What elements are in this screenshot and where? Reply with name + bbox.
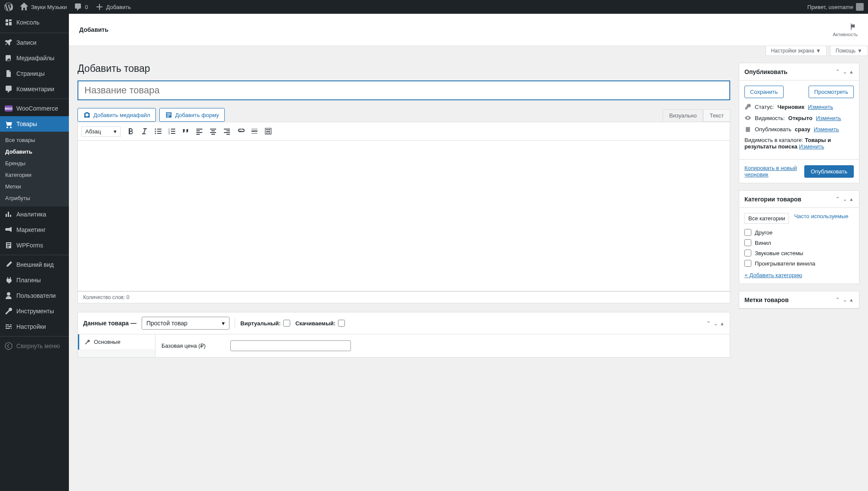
box-toggle-icon[interactable]: ▴ — [720, 319, 725, 327]
box-down-icon[interactable]: ⌄ — [713, 319, 719, 327]
add-media-button[interactable]: Добавить медиафайл — [78, 108, 156, 122]
menu-appearance[interactable]: Внешний вид — [0, 257, 69, 272]
preview-button[interactable]: Просмотреть — [809, 86, 854, 98]
pin-icon — [4, 38, 13, 47]
edit-visibility-link[interactable]: Изменить — [816, 115, 841, 121]
site-link[interactable]: Звуки Музыки — [20, 3, 67, 11]
activity-button[interactable]: Активность — [833, 22, 858, 37]
menu-users[interactable]: Пользователи — [0, 288, 69, 303]
box-up-icon[interactable]: ⌃ — [834, 296, 841, 304]
submenu-attributes[interactable]: Атрибуты — [0, 192, 69, 204]
ul-button[interactable] — [152, 125, 164, 138]
box-up-icon[interactable]: ⌃ — [834, 68, 841, 76]
screen-options-button[interactable]: Настройки экрана ▼ — [766, 46, 827, 56]
box-down-icon[interactable]: ⌄ — [842, 296, 848, 304]
wp-logo[interactable] — [4, 3, 13, 11]
user-greeting[interactable]: Привет, username — [807, 3, 864, 11]
menu-wpforms[interactable]: WPForms — [0, 238, 69, 253]
svg-point-0 — [5, 343, 12, 349]
editor-textarea[interactable] — [78, 141, 730, 291]
box-toggle-icon[interactable]: ▴ — [849, 296, 854, 304]
box-toggle-icon[interactable]: ▴ — [849, 68, 854, 76]
align-right-button[interactable] — [220, 125, 233, 138]
add-category-link[interactable]: + Добавить категорию — [744, 272, 854, 278]
quote-button[interactable] — [179, 125, 192, 138]
add-new-link[interactable]: Добавить — [95, 3, 131, 11]
menu-collapse[interactable]: Свернуть меню — [0, 338, 69, 354]
publish-button[interactable]: Опубликовать — [804, 165, 854, 178]
virtual-checkbox[interactable] — [283, 320, 290, 327]
toolbar-toggle-button[interactable] — [262, 125, 275, 138]
category-item[interactable]: Другое — [744, 229, 854, 236]
copy-draft-link[interactable]: Копировать в новый черновик — [744, 165, 804, 178]
form-icon — [4, 241, 13, 250]
ol-button[interactable]: 123 — [165, 125, 178, 138]
category-checkbox[interactable] — [744, 250, 751, 256]
visual-tab[interactable]: Визуально — [663, 109, 703, 122]
menu-comments[interactable]: Комментарии — [0, 81, 69, 97]
tags-box: Метки товаров ⌃⌄▴ — [739, 291, 859, 309]
box-down-icon[interactable]: ⌄ — [842, 195, 848, 203]
page-title: Добавить товар — [78, 63, 730, 74]
menu-woocommerce[interactable]: wooWooCommerce — [0, 101, 69, 116]
cat-tab-popular[interactable]: Часто используемые — [794, 213, 848, 224]
submenu-add-product[interactable]: Добавить — [0, 146, 69, 157]
menu-media[interactable]: Медиафайлы — [0, 50, 69, 66]
box-up-icon[interactable]: ⌃ — [705, 319, 712, 327]
menu-products[interactable]: Товары — [0, 116, 69, 132]
menu-analytics[interactable]: Аналитика — [0, 207, 69, 222]
product-type-select[interactable]: Простой товар▾ — [142, 317, 229, 330]
pd-tab-general[interactable]: Основные — [78, 334, 155, 350]
submenu-categories[interactable]: Категории — [0, 169, 69, 181]
category-item[interactable]: Проигрыватели винила — [744, 260, 854, 267]
bold-button[interactable] — [124, 125, 137, 138]
page-header: Добавить Активность — [69, 14, 868, 46]
product-title-input[interactable] — [78, 80, 730, 100]
downloadable-checkbox[interactable] — [338, 320, 345, 327]
calendar-icon — [744, 126, 751, 133]
category-item[interactable]: Звуковые системы — [744, 250, 854, 256]
edit-status-link[interactable]: Изменить — [808, 104, 833, 110]
price-input[interactable] — [230, 340, 351, 351]
admin-sidebar: Консоль Записи Медиафайлы Страницы Комме… — [0, 14, 69, 491]
menu-tools[interactable]: Инструменты — [0, 303, 69, 319]
cat-tab-all[interactable]: Все категории — [744, 213, 789, 224]
comments-link[interactable]: 0 — [74, 3, 88, 11]
link-button[interactable] — [234, 125, 247, 138]
box-up-icon[interactable]: ⌃ — [834, 195, 841, 203]
menu-settings[interactable]: Настройки — [0, 319, 69, 334]
box-down-icon[interactable]: ⌄ — [842, 68, 848, 76]
page-icon — [4, 69, 13, 78]
publish-box: Опубликовать ⌃⌄▴ Сохранить Просмотреть С… — [739, 63, 859, 183]
submenu-all-products[interactable]: Все товары — [0, 134, 69, 146]
italic-button[interactable] — [138, 125, 151, 138]
category-item[interactable]: Винил — [744, 239, 854, 246]
menu-marketing[interactable]: Маркетинг — [0, 222, 69, 238]
comments-icon — [4, 85, 13, 93]
category-checkbox[interactable] — [744, 239, 751, 246]
svg-point-3 — [155, 133, 156, 134]
format-select[interactable]: Абзац▾ — [81, 126, 121, 137]
add-form-button[interactable]: Добавить форму — [159, 108, 225, 122]
save-draft-button[interactable]: Сохранить — [744, 86, 784, 98]
box-toggle-icon[interactable]: ▴ — [849, 195, 854, 203]
text-tab[interactable]: Текст — [703, 109, 730, 122]
category-checkbox[interactable] — [744, 260, 751, 267]
submenu-tags[interactable]: Метки — [0, 181, 69, 192]
menu-posts[interactable]: Записи — [0, 35, 69, 50]
menu-pages[interactable]: Страницы — [0, 66, 69, 81]
submenu-brands[interactable]: Бренды — [0, 157, 69, 169]
dashboard-icon — [4, 18, 13, 27]
category-checkbox[interactable] — [744, 229, 751, 236]
edit-catalog-link[interactable]: Изменить — [799, 143, 825, 150]
word-count: Количество слов: 0 — [78, 291, 730, 303]
readmore-button[interactable] — [248, 125, 261, 138]
help-button[interactable]: Помощь ▼ — [830, 46, 868, 56]
menu-plugins[interactable]: Плагины — [0, 272, 69, 288]
chevron-down-icon: ▾ — [114, 128, 117, 135]
edit-publish-link[interactable]: Изменить — [814, 126, 839, 133]
align-left-button[interactable] — [193, 125, 206, 138]
align-center-button[interactable] — [207, 125, 220, 138]
collapse-icon — [4, 342, 13, 350]
menu-dashboard[interactable]: Консоль — [0, 14, 69, 31]
